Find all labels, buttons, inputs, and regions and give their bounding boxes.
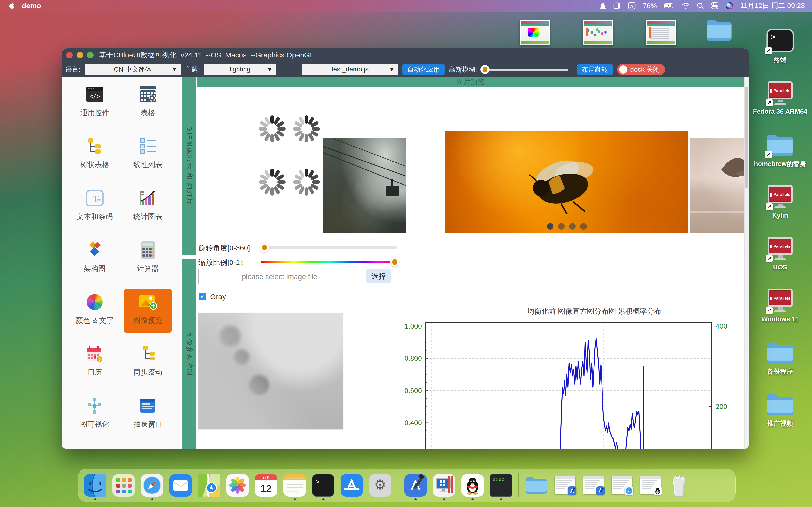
sidebar-item-日历[interactable]: 5 日历 — [71, 341, 119, 385]
desktop-icon-终端[interactable]: >_↗ 终端 — [757, 29, 803, 64]
dock-item-winthumb-xcode[interactable] — [554, 474, 576, 497]
carousel-dot-0[interactable] — [547, 223, 553, 230]
script-select[interactable]: test_demo.js ▼ — [302, 64, 398, 75]
menubar-clock[interactable]: 11月12日 周二 09:28 — [740, 1, 805, 11]
tab-gif-slideshow[interactable]: GIF图像演示 和 幻灯片 — [183, 77, 197, 255]
sidebar-item-表格[interactable]: 表格 — [124, 81, 172, 125]
dock-item-parallels[interactable] — [433, 474, 455, 497]
zoom-window-button[interactable] — [87, 52, 94, 58]
sidebar-item-架构图[interactable]: 架构图 — [71, 237, 119, 281]
control-center-icon[interactable] — [711, 1, 718, 11]
dock-item-mail[interactable] — [169, 474, 192, 497]
scale-ratio-slider[interactable] — [261, 257, 394, 267]
slider-knob[interactable] — [390, 258, 399, 267]
sidebar-item-抽象窗口[interactable]: 抽象窗口 — [124, 393, 172, 437]
close-window-button[interactable] — [66, 52, 73, 58]
rotate-angle-label: 旋转角度[0-360]: — [198, 243, 252, 253]
desktop-icon-Windows 11[interactable]: || Parallels↗ Windows 11 — [757, 288, 803, 323]
qq-icon[interactable] — [599, 1, 606, 11]
carousel-photo-bird[interactable] — [690, 138, 749, 233]
desktop-icon-推广视频[interactable]: 推广视频 — [757, 393, 803, 428]
window-thumbnail-scatter[interactable] — [582, 20, 613, 45]
auto-apply-button[interactable]: 自动化应用 — [402, 64, 445, 75]
tab-image-params[interactable]: 图像参数控制 — [183, 259, 197, 449]
dock-item-winthumb-qq[interactable] — [639, 474, 662, 497]
grayscale-preview-image[interactable] — [198, 313, 343, 429]
svg-text:|| Parallels: || Parallels — [770, 192, 790, 197]
dock-item-folder[interactable] — [525, 474, 548, 497]
image-file-input[interactable]: please select image file — [198, 269, 361, 284]
dock-item-appstore[interactable] — [341, 474, 363, 497]
svg-text:0.400: 0.400 — [404, 419, 422, 427]
dock-item-winthumb-xcode[interactable] — [582, 474, 605, 497]
spotlight-icon[interactable] — [697, 1, 704, 11]
sync-tree-icon — [138, 344, 158, 363]
dock-item-finder[interactable] — [84, 474, 106, 497]
language-select[interactable]: CN-中文简体 ▼ — [85, 64, 181, 75]
minimized-window-thumbnails — [520, 20, 676, 45]
dock-item-safari[interactable] — [141, 474, 163, 497]
dock-item-settings[interactable]: ⚙ — [369, 474, 392, 497]
loading-spinner-icon — [292, 168, 321, 196]
rotate-angle-slider[interactable] — [261, 243, 397, 252]
window-thumbnail-chart3d[interactable] — [520, 20, 550, 45]
gaussian-blur-slider[interactable] — [481, 64, 568, 75]
desktop-icon-homebrew的替身[interactable]: ↗ homebrew的替身 — [757, 133, 803, 168]
dock-item-xcode[interactable] — [404, 474, 427, 497]
layout-flip-button[interactable]: 布局翻转 — [577, 64, 613, 75]
dock-close-toggle[interactable]: dock 关闭 — [617, 64, 665, 75]
siri-icon[interactable] — [726, 1, 733, 11]
carousel-dot-1[interactable] — [558, 223, 564, 230]
chart-title: 均衡化前 图像直方图分布图 累积概率分布 — [454, 306, 734, 316]
desktop-icon-备份程序[interactable]: 备份程序 — [757, 341, 803, 376]
sidebar-item-统计图表[interactable]: 统计图表 — [124, 185, 172, 229]
dock-item-qq[interactable] — [461, 474, 484, 497]
slider-knob[interactable] — [260, 243, 269, 252]
dock-item-trash[interactable] — [668, 474, 690, 497]
input-source-a-icon[interactable]: A — [628, 1, 636, 11]
active-app-name[interactable]: demo — [22, 2, 41, 10]
sidebar-item-通用控件[interactable]: </> 通用控件 — [71, 81, 119, 125]
dock-item-maps[interactable] — [198, 474, 220, 497]
wifi-icon[interactable] — [682, 1, 690, 11]
dock-item-notes[interactable] — [284, 474, 306, 497]
sidebar-item-线性列表[interactable]: 线性列表 — [124, 133, 172, 177]
slider-knob[interactable] — [480, 65, 490, 74]
dock-item-terminal[interactable]: >_ — [312, 474, 335, 497]
sidebar-item-文本和条码[interactable]: T 文本和条码 — [71, 185, 119, 229]
window-titlebar[interactable]: 基于CBlueUI数据可视化 v24.11 --OS: Macos --Grap… — [62, 48, 749, 62]
sidebar-item-图像预览[interactable]: 图像预览 — [124, 289, 172, 333]
minimize-window-button[interactable] — [77, 52, 83, 58]
sidebar-item-同步滚动[interactable]: 同步滚动 — [124, 341, 172, 385]
sidebar-item-树状表格[interactable]: 树状表格 — [71, 133, 119, 177]
svg-text:>_: >_ — [316, 478, 323, 486]
sidebar-item-图可视化[interactable]: 图可视化 — [71, 393, 119, 437]
apple-logo-icon[interactable] — [8, 1, 15, 11]
dock-item-exec[interactable]: exec — [490, 474, 512, 497]
carousel-dot-2[interactable] — [569, 223, 576, 230]
desktop-icon-Kylin[interactable]: || Parallels↗ Kylin — [757, 184, 803, 219]
dock-item-launchpad[interactable] — [112, 474, 135, 497]
sidebar-item-计算器[interactable]: 计算器 — [124, 237, 172, 281]
scrollbar-thumb[interactable] — [745, 87, 748, 188]
dock-item-photos[interactable] — [226, 474, 249, 497]
dock-item-winthumb-safari[interactable] — [611, 474, 633, 497]
dock-item-calendar[interactable]: 11月12 — [255, 474, 277, 497]
vertical-scrollbar[interactable] — [744, 77, 749, 449]
carousel-dot-3[interactable] — [580, 223, 587, 230]
desktop-icon-Fedora 36 ARM64[interactable]: || Parallels↗ Fedora 36 ARM64 — [757, 80, 803, 115]
desktop-icon-UOS[interactable]: || Parallels↗ UOS — [757, 236, 803, 271]
svg-text:A: A — [630, 4, 633, 9]
sidebar-item-颜色 & 文字[interactable]: 颜色 & 文字 — [71, 289, 119, 333]
battery-charging-icon[interactable] — [664, 1, 675, 11]
theme-select[interactable]: lighting ▼ — [204, 64, 276, 75]
desktop-folder-icon[interactable] — [705, 19, 732, 42]
carousel-photo-cablecar[interactable] — [323, 138, 406, 233]
gray-checkbox[interactable]: ✓ — [199, 293, 206, 300]
gray-checkbox-label[interactable]: Gray — [210, 293, 226, 301]
tree-icon — [85, 137, 104, 156]
carousel-photo-bee[interactable] — [445, 131, 688, 233]
display-panes-icon[interactable] — [613, 1, 621, 11]
window-thumbnail-table[interactable] — [646, 20, 676, 45]
select-file-button[interactable]: 选择 — [366, 269, 392, 283]
